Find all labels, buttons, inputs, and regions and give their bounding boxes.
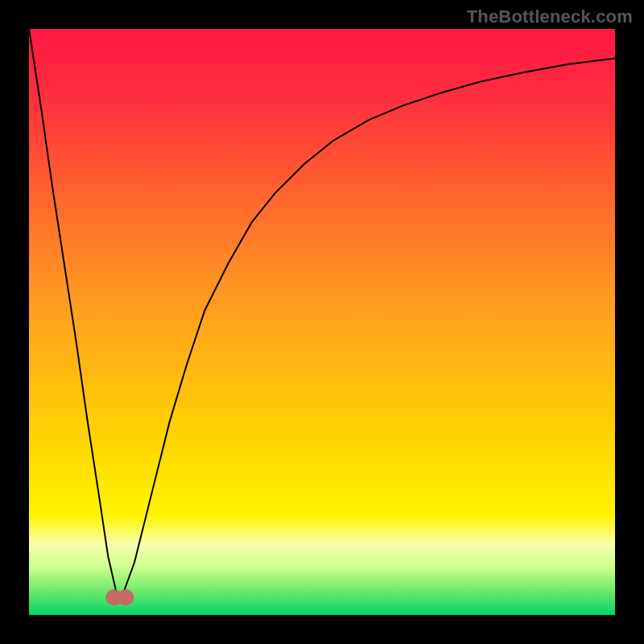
svg-point-2: [118, 589, 134, 605]
gradient-background: [29, 29, 615, 615]
marker-layer: [105, 589, 134, 605]
plot-area: [29, 29, 615, 615]
chart-frame: TheBottleneck.com: [0, 0, 644, 644]
chart-svg: [29, 29, 615, 615]
trough-marker: [105, 589, 134, 605]
attribution-watermark: TheBottleneck.com: [467, 6, 633, 27]
